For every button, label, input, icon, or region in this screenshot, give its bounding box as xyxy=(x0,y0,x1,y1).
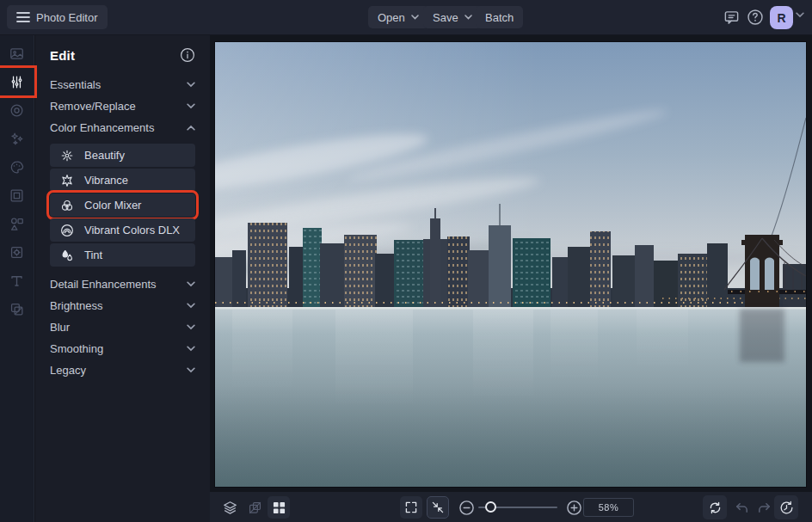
image-icon xyxy=(9,46,25,62)
rotate-arrows-icon xyxy=(708,501,723,515)
rail-item-touch-up[interactable] xyxy=(0,96,34,124)
tool-rail xyxy=(0,34,34,522)
fit-to-screen-button[interactable] xyxy=(427,496,449,519)
redo-button[interactable] xyxy=(754,497,774,518)
rail-item-text[interactable] xyxy=(0,267,34,294)
photo[interactable] xyxy=(214,41,807,488)
canvas-area xyxy=(210,34,812,492)
rail-item-artsy[interactable] xyxy=(0,153,34,181)
refresh-canvas-button[interactable] xyxy=(703,495,727,519)
duplicate-layers-icon xyxy=(9,301,25,317)
compare-button[interactable] xyxy=(244,497,265,518)
tool-beautify[interactable]: Beautify xyxy=(50,144,195,167)
open-button[interactable]: Open xyxy=(368,6,428,28)
rail-item-layers[interactable] xyxy=(0,295,34,322)
section-remove-replace[interactable]: Remove/Replace xyxy=(50,95,195,117)
section-blur[interactable]: Blur xyxy=(50,316,195,338)
edit-panel: Edit Essentials Remove/Replace Color Enh… xyxy=(35,34,210,522)
zoom-out-icon xyxy=(458,500,475,516)
history-reset-button[interactable] xyxy=(774,495,798,519)
fullscreen-icon xyxy=(404,501,418,514)
chevron-down-icon xyxy=(187,346,195,352)
help-button[interactable] xyxy=(745,7,766,28)
tool-vibrant-colors-dlx[interactable]: Vibrant Colors DLX xyxy=(50,218,195,242)
compare-icon xyxy=(247,500,263,516)
chevron-up-icon xyxy=(187,125,195,131)
feedback-chat-button[interactable] xyxy=(721,7,741,28)
rail-item-edit[interactable] xyxy=(0,68,34,95)
avatar[interactable]: R xyxy=(770,6,793,29)
tint-icon xyxy=(60,249,74,262)
chevron-down-icon xyxy=(187,303,195,309)
text-icon xyxy=(9,273,25,289)
account-menu-chevron[interactable] xyxy=(796,12,804,18)
help-icon xyxy=(747,9,764,26)
vibrance-icon xyxy=(60,174,74,187)
section-legacy[interactable]: Legacy xyxy=(50,359,195,381)
info-icon xyxy=(180,47,195,63)
vibrant-colors-dlx-icon xyxy=(60,224,74,237)
chevron-down-icon xyxy=(411,15,419,20)
texture-frame-icon xyxy=(9,244,25,261)
panel-title: Edit xyxy=(50,48,75,63)
fullscreen-button[interactable] xyxy=(400,496,422,519)
rail-item-graphics[interactable] xyxy=(0,210,34,237)
city-skyline-photo xyxy=(215,42,806,487)
chevron-down-icon xyxy=(464,15,472,20)
tool-color-mixer[interactable]: Color Mixer xyxy=(50,193,195,217)
chat-icon xyxy=(723,9,740,26)
app-title: Photo Editor xyxy=(36,11,98,24)
undo-button[interactable] xyxy=(731,497,752,518)
section-color-enhancements[interactable]: Color Enhancements xyxy=(50,117,195,138)
section-detail-enhancements[interactable]: Detail Enhancements xyxy=(50,273,195,295)
fit-screen-icon xyxy=(431,501,445,514)
panel-info-button[interactable] xyxy=(180,47,195,63)
sparkles-icon xyxy=(9,131,25,147)
shapes-icon xyxy=(9,216,25,232)
chevron-down-icon xyxy=(796,12,804,18)
redo-icon xyxy=(756,500,772,516)
frame-icon xyxy=(9,187,25,204)
layers-button[interactable] xyxy=(219,497,240,518)
zoom-in-icon xyxy=(566,500,582,516)
sliders-icon xyxy=(9,74,25,90)
layers-icon xyxy=(222,500,238,516)
zoom-in-button[interactable] xyxy=(563,497,584,518)
chevron-down-icon xyxy=(187,281,195,287)
save-button[interactable]: Save xyxy=(423,6,482,28)
grid-icon xyxy=(273,501,286,514)
section-brightness[interactable]: Brightness xyxy=(50,295,195,316)
undo-icon xyxy=(734,500,750,516)
grid-view-button[interactable] xyxy=(268,496,290,519)
zoom-level[interactable]: 58% xyxy=(583,498,634,517)
hamburger-icon xyxy=(16,11,30,23)
rail-item-image-manager[interactable] xyxy=(0,40,34,67)
chevron-down-icon xyxy=(187,103,195,109)
zoom-slider-knob[interactable] xyxy=(485,501,496,513)
chevron-down-icon xyxy=(187,82,195,88)
section-smoothing[interactable]: Smoothing xyxy=(50,338,195,359)
beautify-icon xyxy=(60,149,74,163)
tool-vibrance[interactable]: Vibrance xyxy=(50,169,195,192)
chevron-down-icon xyxy=(187,367,195,373)
rail-item-effects[interactable] xyxy=(0,125,34,152)
section-essentials[interactable]: Essentials xyxy=(50,74,195,95)
zoom-out-button[interactable] xyxy=(456,497,477,518)
tool-tint[interactable]: Tint xyxy=(50,243,195,267)
eye-icon xyxy=(9,102,25,119)
zoom-slider[interactable] xyxy=(478,507,557,508)
batch-button[interactable]: Batch xyxy=(476,6,523,28)
color-mixer-icon xyxy=(60,199,74,212)
color-enhancements-list: Beautify Vibrance Color Mixer Vibrant Co… xyxy=(50,144,195,267)
topbar: Photo Editor Open Save Batch R xyxy=(0,0,812,35)
palette-icon xyxy=(9,159,25,175)
main-menu-button[interactable]: Photo Editor xyxy=(7,5,108,29)
canvas-toolbar: 58% xyxy=(210,492,812,522)
history-icon xyxy=(779,501,794,515)
rail-item-overlays[interactable] xyxy=(0,238,34,266)
chevron-down-icon xyxy=(187,324,195,330)
rail-item-frames[interactable] xyxy=(0,181,34,209)
